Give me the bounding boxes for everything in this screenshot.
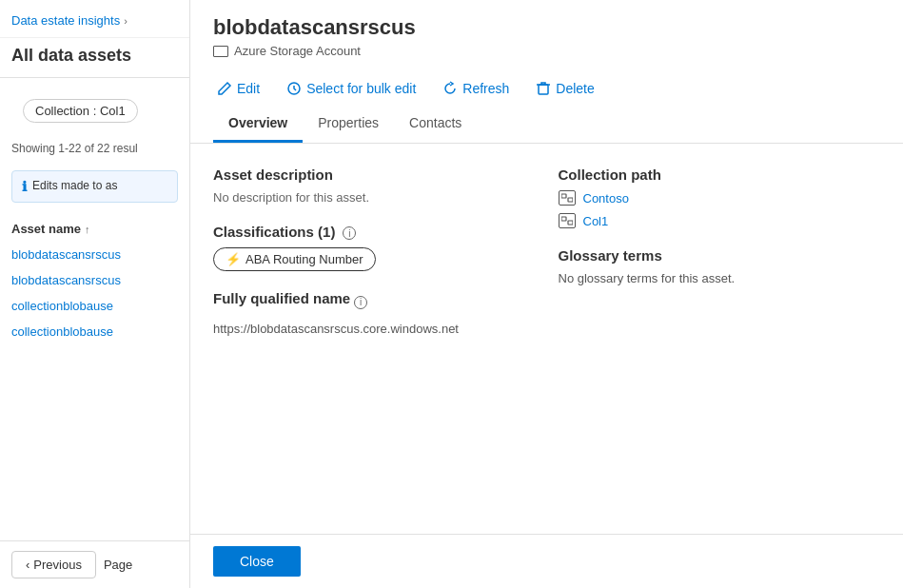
- right-panel: blobdatascansrscus Azure Storage Account…: [190, 0, 903, 588]
- collection-node-icon: [559, 213, 576, 228]
- previous-button[interactable]: ‹ Previous: [11, 551, 96, 578]
- asset-name-column-label: Asset name: [11, 222, 81, 236]
- page-title: All data assets: [0, 38, 189, 78]
- sort-icon[interactable]: ↑: [85, 224, 90, 235]
- content-right: Collection path Contoso: [559, 167, 881, 458]
- breadcrumb-link[interactable]: Data estate insights: [11, 13, 120, 28]
- toolbar: Edit Select for bulk edit Refresh: [213, 69, 880, 106]
- refresh-icon: [442, 81, 458, 96]
- fq-name-title: Fully qualified name: [213, 290, 350, 306]
- showing-count: Showing 1-22 of 22 resul: [0, 134, 189, 163]
- glossary-terms-title: Glossary terms: [559, 247, 881, 264]
- asset-description-value: No description for this asset.: [213, 190, 536, 205]
- delete-button[interactable]: Delete: [532, 77, 598, 106]
- svg-rect-2: [561, 194, 566, 198]
- node-icon: [561, 216, 573, 225]
- bolt-icon: ⚡: [226, 252, 241, 266]
- list-item[interactable]: blobdatascansrscus: [0, 267, 189, 293]
- classifications-title: Classifications (1): [213, 224, 335, 240]
- asset-type-label: Azure Storage Account: [234, 44, 361, 58]
- collection-path-title: Collection path: [559, 167, 881, 183]
- close-button[interactable]: Close: [213, 546, 301, 577]
- tab-properties[interactable]: Properties: [303, 106, 394, 143]
- svg-rect-5: [568, 221, 573, 225]
- list-item[interactable]: collectionblobause: [0, 293, 189, 319]
- bulk-edit-icon: [286, 81, 302, 96]
- overview-content: Asset description No description for thi…: [190, 144, 903, 534]
- storage-icon: [213, 46, 228, 57]
- collection-item-col1: Col1: [559, 213, 881, 228]
- edit-button[interactable]: Edit: [213, 77, 264, 106]
- svg-rect-4: [561, 217, 566, 221]
- content-left: Asset description No description for thi…: [213, 167, 536, 458]
- delete-icon: [536, 81, 551, 96]
- collection-node-icon: [559, 190, 576, 206]
- previous-chevron-icon: ‹: [26, 558, 29, 572]
- asset-description-title: Asset description: [213, 167, 536, 183]
- asset-list: blobdatascansrscus blobdatascansrscus co…: [0, 242, 189, 344]
- classifications-info-icon: i: [343, 226, 356, 240]
- info-banner: ℹ Edits made to as: [11, 170, 178, 203]
- asset-header: blobdatascansrscus Azure Storage Account…: [190, 0, 903, 144]
- breadcrumb-chevron-icon: ›: [124, 15, 128, 27]
- pagination-bar: ‹ Previous Page: [0, 540, 189, 588]
- tab-overview[interactable]: Overview: [213, 106, 303, 143]
- collection-filter[interactable]: Collection : Col1: [23, 99, 138, 123]
- breadcrumb[interactable]: Data estate insights ›: [0, 0, 189, 38]
- asset-type: Azure Storage Account: [213, 44, 880, 58]
- info-icon: ℹ: [22, 179, 27, 194]
- list-item[interactable]: collectionblobause: [0, 319, 189, 344]
- classification-tag: ⚡ ABA Routing Number: [213, 247, 376, 271]
- collection-path-items: Contoso Col1: [559, 190, 881, 228]
- info-banner-text: Edits made to as: [32, 179, 117, 192]
- fq-name-value: https://blobdatascansrscus.core.windows.…: [213, 322, 536, 336]
- collection-item-contoso: Contoso: [559, 190, 881, 206]
- list-item[interactable]: blobdatascansrscus: [0, 242, 189, 267]
- svg-rect-1: [539, 85, 548, 94]
- glossary-terms-value: No glossary terms for this asset.: [559, 271, 881, 285]
- refresh-button[interactable]: Refresh: [439, 77, 513, 106]
- classification-tag-label: ABA Routing Number: [245, 252, 363, 266]
- collection-link-col1[interactable]: Col1: [583, 214, 609, 228]
- svg-rect-3: [568, 198, 573, 202]
- edit-icon: [217, 81, 232, 96]
- fq-name-info-icon: i: [354, 296, 367, 309]
- bulk-edit-button[interactable]: Select for bulk edit: [283, 77, 420, 106]
- asset-list-header: Asset name ↑: [0, 210, 189, 242]
- tabs: Overview Properties Contacts: [213, 106, 880, 143]
- page-label: Page: [104, 558, 132, 572]
- bottom-bar: Close: [190, 534, 903, 588]
- collection-link-contoso[interactable]: Contoso: [583, 191, 629, 206]
- asset-title: blobdatascansrscus: [213, 15, 880, 40]
- tab-contacts[interactable]: Contacts: [394, 106, 477, 143]
- left-panel: Data estate insights › All data assets C…: [0, 0, 190, 588]
- node-icon: [561, 193, 573, 203]
